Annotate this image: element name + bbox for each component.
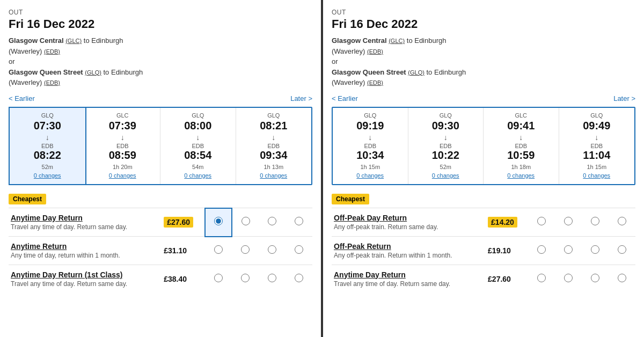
right-panel: OUT Fri 16 Dec 2022 Glasgow Central (GLC… (323, 0, 644, 337)
right-fare-table: Off-Peak Day Return Any off-peak train. … (332, 208, 635, 293)
radio-input-0-3[interactable] (295, 217, 303, 225)
left-later-link[interactable]: Later > (290, 94, 312, 102)
radio-input-2-0[interactable] (537, 274, 546, 282)
radio-input-1-1[interactable] (241, 245, 250, 254)
radio-input-2-0[interactable] (214, 274, 223, 282)
fare-radio-0-train-0[interactable] (528, 208, 555, 236)
fare-radio-2-train-1[interactable] (555, 265, 582, 293)
changes-link-0[interactable]: 0 changes (34, 172, 61, 179)
fare-radio-0-train-0[interactable] (205, 208, 232, 237)
fare-radio-1-train-1[interactable] (232, 237, 259, 265)
train-col-0[interactable]: GLQ 09:19 ↓ EDB 10:34 1h 15m 0 changes (333, 108, 408, 184)
fare-name-1[interactable]: Off-Peak Return (334, 242, 484, 251)
fare-radio-1-train-0[interactable] (205, 237, 232, 265)
fare-radio-0-train-3[interactable] (286, 208, 312, 237)
train-col-3[interactable]: GLQ 09:49 ↓ EDB 11:04 1h 15m 0 changes (559, 108, 635, 184)
arr-station-2: EDB (487, 143, 555, 149)
radio-input-2-1[interactable] (241, 274, 250, 282)
fare-radio-1-train-3[interactable] (286, 237, 312, 265)
changes-link-0[interactable]: 0 changes (356, 172, 384, 179)
radio-input-0-2[interactable] (591, 217, 599, 225)
changes-link-2[interactable]: 0 changes (184, 172, 211, 179)
fare-name-2[interactable]: Anytime Day Return (1st Class) (11, 270, 159, 279)
fare-radio-2-train-3[interactable] (609, 265, 635, 293)
fare-radio-2-train-2[interactable] (259, 265, 286, 294)
radio-input-1-2[interactable] (268, 245, 276, 254)
fare-radio-0-train-1[interactable] (232, 208, 259, 237)
fare-radio-0-train-2[interactable] (582, 208, 609, 236)
radio-input-0-1[interactable] (564, 217, 573, 225)
radio-input-1-2[interactable] (591, 245, 599, 254)
radio-input-1-3[interactable] (618, 245, 626, 254)
arr-station-2: EDB (164, 143, 232, 149)
fare-name-2[interactable]: Anytime Day Return (334, 270, 484, 279)
dep-time-0: 07:30 (13, 120, 82, 132)
train-col-1[interactable]: GLC 07:39 ↓ EDB 08:59 1h 20m 0 changes (85, 108, 161, 184)
fare-name-0[interactable]: Anytime Day Return (11, 214, 159, 222)
arr-time-0: 10:34 (336, 149, 405, 162)
radio-input-0-0[interactable] (214, 217, 223, 225)
fare-radio-2-train-2[interactable] (582, 265, 609, 293)
changes-link-3[interactable]: 0 changes (260, 172, 287, 179)
arrow-1: ↓ (412, 133, 480, 142)
fare-price-0: £27.60 (162, 208, 205, 237)
right-cheapest-badge: Cheapest (332, 194, 369, 204)
fare-radio-0-train-3[interactable] (609, 208, 635, 236)
radio-input-0-0[interactable] (537, 217, 546, 225)
fare-radio-1-train-1[interactable] (555, 236, 582, 265)
changes-link-1[interactable]: 0 changes (432, 172, 459, 179)
radio-input-2-2[interactable] (591, 274, 599, 282)
dep-station-1: GLC (89, 112, 157, 119)
fare-radio-2-train-3[interactable] (286, 265, 312, 294)
radio-input-1-1[interactable] (564, 245, 573, 254)
train-col-2[interactable]: GLC 09:41 ↓ EDB 10:59 1h 18m 0 changes (484, 108, 559, 184)
fare-radio-2-train-1[interactable] (232, 265, 259, 294)
fare-price-badge-0: £14.20 (488, 217, 517, 228)
fare-radio-0-train-1[interactable] (555, 208, 582, 236)
fare-radio-1-train-3[interactable] (609, 236, 635, 265)
radio-input-1-0[interactable] (214, 245, 223, 254)
train-col-2[interactable]: GLQ 08:00 ↓ EDB 08:54 54m 0 changes (160, 108, 236, 184)
radio-input-2-3[interactable] (618, 274, 626, 282)
radio-input-2-2[interactable] (268, 274, 276, 282)
duration-2: 54m (164, 164, 232, 170)
changes-link-3[interactable]: 0 changes (583, 172, 610, 179)
fare-row-2: Anytime Day Return (1st Class) Travel an… (9, 265, 312, 294)
fare-radio-2-train-0[interactable] (205, 265, 232, 294)
arrow-3: ↓ (562, 133, 632, 142)
fare-name-1[interactable]: Anytime Return (11, 242, 159, 251)
radio-input-0-2[interactable] (268, 217, 276, 225)
left-date: Fri 16 Dec 2022 (9, 17, 312, 31)
fare-desc-0: Travel any time of day. Return same day. (11, 223, 159, 231)
radio-input-2-1[interactable] (564, 274, 573, 282)
fare-radio-1-train-2[interactable] (259, 237, 286, 265)
radio-input-0-3[interactable] (618, 217, 626, 225)
radio-input-2-3[interactable] (295, 274, 303, 282)
fare-radio-0-train-2[interactable] (259, 208, 286, 237)
right-later-link[interactable]: Later > (613, 94, 635, 102)
fare-radio-2-train-0[interactable] (528, 265, 555, 293)
radio-input-0-1[interactable] (241, 217, 250, 225)
right-date: Fri 16 Dec 2022 (332, 17, 635, 31)
fare-radio-1-train-0[interactable] (528, 236, 555, 265)
dep-station-0: GLQ (13, 112, 82, 119)
dep-time-2: 09:41 (487, 120, 555, 132)
duration-2: 1h 18m (487, 164, 555, 170)
right-route-code1: (GLC) (389, 38, 405, 44)
right-route-info: Glasgow Central (GLC) to Edinburgh (Wave… (332, 35, 635, 88)
right-cheapest-badge-wrap: Cheapest (332, 194, 635, 208)
radio-input-1-0[interactable] (537, 245, 546, 254)
changes-link-2[interactable]: 0 changes (507, 172, 535, 179)
fare-radio-1-train-2[interactable] (582, 236, 609, 265)
arr-time-3: 11:04 (562, 149, 632, 162)
fare-name-0[interactable]: Off-Peak Day Return (334, 214, 484, 222)
left-earlier-link[interactable]: < Earlier (9, 94, 35, 102)
right-earlier-link[interactable]: < Earlier (332, 94, 358, 102)
fare-info-2: Anytime Day Return Travel any time of da… (332, 265, 486, 293)
train-col-1[interactable]: GLQ 09:30 ↓ EDB 10:22 52m 0 changes (408, 108, 484, 184)
changes-link-1[interactable]: 0 changes (109, 172, 136, 179)
train-col-0[interactable]: GLQ 07:30 ↓ EDB 08:22 52m 0 changes (9, 107, 86, 185)
radio-input-1-3[interactable] (295, 245, 303, 254)
train-col-3[interactable]: GLQ 08:21 ↓ EDB 09:34 1h 13m 0 changes (236, 108, 312, 184)
dep-station-1: GLQ (412, 112, 480, 119)
